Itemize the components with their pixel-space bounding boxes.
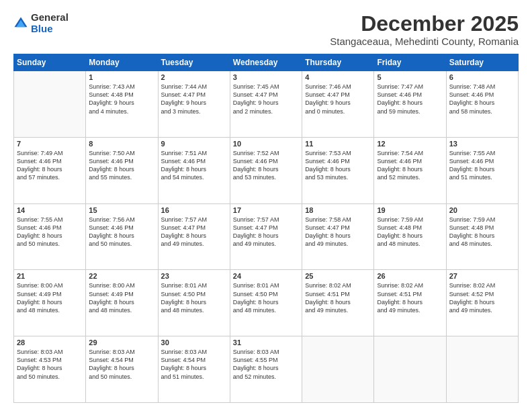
calendar-cell: 4Sunrise: 7:46 AM Sunset: 4:47 PM Daylig… bbox=[302, 71, 374, 138]
day-number: 3 bbox=[233, 73, 299, 81]
logo: General Blue bbox=[13, 12, 69, 34]
calendar-cell: 29Sunrise: 8:03 AM Sunset: 4:54 PM Dayli… bbox=[86, 336, 158, 403]
calendar-cell: 31Sunrise: 8:03 AM Sunset: 4:55 PM Dayli… bbox=[230, 336, 302, 403]
calendar-cell bbox=[302, 336, 374, 403]
title-block: December 2025 Stangaceaua, Mehedinti Cou… bbox=[330, 12, 519, 47]
cell-info: Sunrise: 7:47 AM Sunset: 4:46 PM Dayligh… bbox=[377, 83, 443, 116]
calendar-cell: 27Sunrise: 8:02 AM Sunset: 4:52 PM Dayli… bbox=[446, 270, 518, 336]
day-number: 10 bbox=[233, 140, 299, 148]
calendar-table: SundayMondayTuesdayWednesdayThursdayFrid… bbox=[13, 54, 519, 403]
col-header-thursday: Thursday bbox=[302, 54, 374, 71]
calendar-cell bbox=[374, 336, 446, 403]
calendar-cell: 16Sunrise: 7:57 AM Sunset: 4:47 PM Dayli… bbox=[158, 203, 230, 270]
calendar-cell: 1Sunrise: 7:43 AM Sunset: 4:48 PM Daylig… bbox=[86, 71, 158, 138]
cell-info: Sunrise: 7:46 AM Sunset: 4:47 PM Dayligh… bbox=[305, 83, 371, 116]
day-number: 4 bbox=[305, 73, 371, 81]
day-number: 7 bbox=[17, 140, 83, 148]
cell-info: Sunrise: 7:54 AM Sunset: 4:46 PM Dayligh… bbox=[377, 149, 443, 182]
col-header-saturday: Saturday bbox=[446, 54, 518, 71]
calendar-cell: 25Sunrise: 8:02 AM Sunset: 4:51 PM Dayli… bbox=[302, 270, 374, 336]
calendar-cell: 3Sunrise: 7:45 AM Sunset: 4:47 PM Daylig… bbox=[230, 71, 302, 138]
cell-info: Sunrise: 7:57 AM Sunset: 4:47 PM Dayligh… bbox=[161, 216, 227, 248]
day-number: 27 bbox=[449, 272, 515, 280]
cell-info: Sunrise: 7:56 AM Sunset: 4:46 PM Dayligh… bbox=[89, 216, 154, 248]
cell-info: Sunrise: 7:53 AM Sunset: 4:46 PM Dayligh… bbox=[305, 149, 371, 182]
logo-text: General Blue bbox=[31, 12, 69, 34]
cell-info: Sunrise: 7:59 AM Sunset: 4:48 PM Dayligh… bbox=[449, 216, 515, 248]
calendar-cell: 10Sunrise: 7:52 AM Sunset: 4:46 PM Dayli… bbox=[230, 137, 302, 203]
day-number: 22 bbox=[89, 272, 154, 280]
day-number: 23 bbox=[161, 272, 227, 280]
calendar-week-3: 14Sunrise: 7:55 AM Sunset: 4:46 PM Dayli… bbox=[14, 203, 519, 270]
cell-info: Sunrise: 7:45 AM Sunset: 4:47 PM Dayligh… bbox=[233, 83, 299, 116]
calendar-week-2: 7Sunrise: 7:49 AM Sunset: 4:46 PM Daylig… bbox=[14, 137, 519, 203]
header: General Blue December 2025 Stangaceaua, … bbox=[13, 12, 519, 47]
calendar-cell: 6Sunrise: 7:48 AM Sunset: 4:46 PM Daylig… bbox=[446, 71, 518, 138]
cell-info: Sunrise: 7:59 AM Sunset: 4:48 PM Dayligh… bbox=[377, 216, 443, 248]
cell-info: Sunrise: 7:49 AM Sunset: 4:46 PM Dayligh… bbox=[17, 149, 83, 182]
calendar-cell: 2Sunrise: 7:44 AM Sunset: 4:47 PM Daylig… bbox=[158, 71, 230, 138]
calendar-cell: 17Sunrise: 7:57 AM Sunset: 4:47 PM Dayli… bbox=[230, 203, 302, 270]
day-number: 20 bbox=[449, 206, 515, 214]
day-number: 30 bbox=[161, 338, 227, 347]
col-header-wednesday: Wednesday bbox=[230, 54, 302, 71]
day-number: 13 bbox=[449, 140, 515, 148]
calendar-cell: 20Sunrise: 7:59 AM Sunset: 4:48 PM Dayli… bbox=[446, 203, 518, 270]
calendar-cell bbox=[446, 336, 518, 403]
cell-info: Sunrise: 7:57 AM Sunset: 4:47 PM Dayligh… bbox=[233, 216, 299, 248]
cell-info: Sunrise: 7:50 AM Sunset: 4:46 PM Dayligh… bbox=[89, 149, 154, 182]
cell-info: Sunrise: 8:02 AM Sunset: 4:51 PM Dayligh… bbox=[377, 281, 443, 314]
cell-info: Sunrise: 7:51 AM Sunset: 4:46 PM Dayligh… bbox=[161, 149, 227, 182]
col-header-monday: Monday bbox=[86, 54, 158, 71]
day-number: 1 bbox=[89, 73, 154, 81]
calendar-header-row: SundayMondayTuesdayWednesdayThursdayFrid… bbox=[14, 54, 519, 71]
day-number: 8 bbox=[89, 140, 154, 148]
calendar-cell: 15Sunrise: 7:56 AM Sunset: 4:46 PM Dayli… bbox=[86, 203, 158, 270]
logo-general-text: General bbox=[31, 12, 69, 24]
cell-info: Sunrise: 8:03 AM Sunset: 4:55 PM Dayligh… bbox=[233, 348, 299, 381]
day-number: 26 bbox=[377, 272, 443, 280]
calendar-cell: 12Sunrise: 7:54 AM Sunset: 4:46 PM Dayli… bbox=[374, 137, 446, 203]
calendar-cell: 7Sunrise: 7:49 AM Sunset: 4:46 PM Daylig… bbox=[14, 137, 86, 203]
calendar-cell: 19Sunrise: 7:59 AM Sunset: 4:48 PM Dayli… bbox=[374, 203, 446, 270]
calendar-cell: 13Sunrise: 7:55 AM Sunset: 4:46 PM Dayli… bbox=[446, 137, 518, 203]
cell-info: Sunrise: 8:03 AM Sunset: 4:54 PM Dayligh… bbox=[161, 348, 227, 381]
day-number: 16 bbox=[161, 206, 227, 214]
day-number: 29 bbox=[89, 338, 154, 347]
calendar-cell: 5Sunrise: 7:47 AM Sunset: 4:46 PM Daylig… bbox=[374, 71, 446, 138]
day-number: 21 bbox=[17, 272, 83, 280]
calendar-cell: 28Sunrise: 8:03 AM Sunset: 4:53 PM Dayli… bbox=[14, 336, 86, 403]
day-number: 9 bbox=[161, 140, 227, 148]
main-title: December 2025 bbox=[330, 12, 519, 36]
day-number: 25 bbox=[305, 272, 371, 280]
cell-info: Sunrise: 8:01 AM Sunset: 4:50 PM Dayligh… bbox=[233, 281, 299, 314]
day-number: 19 bbox=[377, 206, 443, 214]
calendar-cell: 22Sunrise: 8:00 AM Sunset: 4:49 PM Dayli… bbox=[86, 270, 158, 336]
cell-info: Sunrise: 7:48 AM Sunset: 4:46 PM Dayligh… bbox=[449, 83, 515, 116]
day-number: 2 bbox=[161, 73, 227, 81]
calendar-week-5: 28Sunrise: 8:03 AM Sunset: 4:53 PM Dayli… bbox=[14, 336, 519, 403]
calendar-cell: 26Sunrise: 8:02 AM Sunset: 4:51 PM Dayli… bbox=[374, 270, 446, 336]
logo-blue-text: Blue bbox=[31, 24, 69, 35]
cell-info: Sunrise: 7:58 AM Sunset: 4:47 PM Dayligh… bbox=[305, 216, 371, 248]
cell-info: Sunrise: 7:55 AM Sunset: 4:46 PM Dayligh… bbox=[17, 216, 83, 248]
calendar-cell: 24Sunrise: 8:01 AM Sunset: 4:50 PM Dayli… bbox=[230, 270, 302, 336]
cell-info: Sunrise: 8:02 AM Sunset: 4:52 PM Dayligh… bbox=[449, 281, 515, 314]
calendar-cell bbox=[14, 71, 86, 138]
cell-info: Sunrise: 8:03 AM Sunset: 4:53 PM Dayligh… bbox=[17, 348, 83, 381]
calendar-cell: 21Sunrise: 8:00 AM Sunset: 4:49 PM Dayli… bbox=[14, 270, 86, 336]
day-number: 28 bbox=[17, 338, 83, 347]
col-header-sunday: Sunday bbox=[14, 54, 86, 71]
day-number: 17 bbox=[233, 206, 299, 214]
day-number: 15 bbox=[89, 206, 154, 214]
day-number: 12 bbox=[377, 140, 443, 148]
cell-info: Sunrise: 7:55 AM Sunset: 4:46 PM Dayligh… bbox=[449, 149, 515, 182]
day-number: 6 bbox=[449, 73, 515, 81]
calendar-cell: 18Sunrise: 7:58 AM Sunset: 4:47 PM Dayli… bbox=[302, 203, 374, 270]
cell-info: Sunrise: 8:00 AM Sunset: 4:49 PM Dayligh… bbox=[17, 281, 83, 314]
calendar-week-1: 1Sunrise: 7:43 AM Sunset: 4:48 PM Daylig… bbox=[14, 71, 519, 138]
page: General Blue December 2025 Stangaceaua, … bbox=[0, 0, 532, 411]
calendar-cell: 30Sunrise: 8:03 AM Sunset: 4:54 PM Dayli… bbox=[158, 336, 230, 403]
cell-info: Sunrise: 7:44 AM Sunset: 4:47 PM Dayligh… bbox=[161, 83, 227, 116]
day-number: 11 bbox=[305, 140, 371, 148]
